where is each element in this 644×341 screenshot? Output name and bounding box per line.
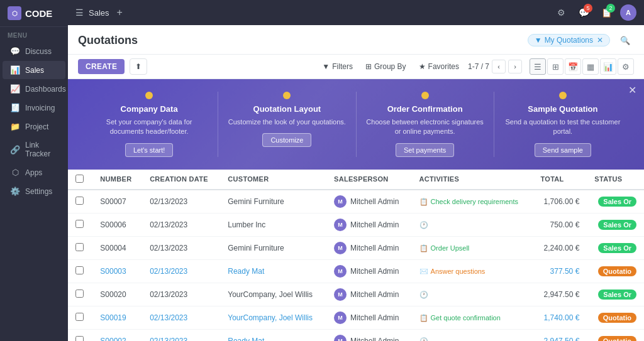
search-button[interactable]: 🔍 — [616, 31, 634, 49]
activities-cell: 🕐 — [412, 213, 533, 236]
quotation-number-link[interactable]: S00003 — [100, 267, 126, 276]
sidebar-label-settings: Settings — [25, 187, 52, 196]
creation-date-link[interactable]: 02/13/2023 — [150, 313, 187, 322]
activity-badge[interactable]: 📋 Get quote confirmation — [419, 314, 501, 322]
salesperson-cell: M Mitchell Admin — [326, 259, 411, 283]
funnel-icon: ▼ — [535, 36, 542, 45]
activity-clock-icon[interactable]: 🕐 — [419, 337, 428, 341]
status-badge: Quotatio — [598, 336, 636, 341]
upload-button[interactable]: ⬆ — [130, 58, 147, 75]
salesperson-name: Mitchell Admin — [350, 197, 399, 206]
sidebar-item-link-tracker[interactable]: 🔗 Link Tracker — [3, 136, 65, 163]
activity-clock-icon[interactable]: 🕐 — [419, 221, 428, 229]
step-title-3: Sample Quotation — [503, 104, 623, 114]
quotation-number: S00004 — [92, 236, 142, 259]
grid-view-button[interactable]: ▦ — [582, 58, 599, 75]
menu-toggle-icon[interactable]: ☰ — [75, 8, 84, 18]
customer-name: YourCompany, Joel Willis — [220, 283, 326, 306]
list-view-button[interactable]: ☰ — [530, 58, 546, 75]
sidebar-item-settings[interactable]: ⚙️ Settings — [3, 182, 65, 200]
sidebar-item-apps[interactable]: ⬡ Apps — [3, 163, 65, 181]
favorites-button[interactable]: ★ Favorites — [415, 60, 463, 73]
step-btn-0[interactable]: Let's start! — [125, 143, 173, 157]
breadcrumb-link[interactable]: Sales — [89, 8, 109, 18]
banner-steps: Company Data Set your company's data for… — [83, 92, 629, 157]
sidebar-item-invoicing[interactable]: 🧾 Invoicing — [3, 99, 65, 117]
activity-view-button[interactable]: ⚙ — [618, 58, 634, 75]
sidebar-item-project[interactable]: 📁 Project — [3, 117, 65, 136]
customer-link[interactable]: YourCompany, Joel Willis — [228, 313, 313, 322]
row-checkbox[interactable] — [75, 266, 84, 274]
pagination: 1-7 / 7 ‹ › — [468, 60, 522, 73]
select-all-checkbox[interactable] — [75, 175, 84, 183]
step-btn-3[interactable]: Send sample — [535, 143, 591, 157]
chat-badge: 5 — [584, 4, 592, 13]
dashboards-icon: 📈 — [10, 84, 20, 94]
activities-cell: 🕐 — [412, 329, 533, 341]
salesperson-cell: M Mitchell Admin — [326, 190, 411, 214]
next-page-button[interactable]: › — [508, 60, 522, 73]
creation-date: 02/13/2023 — [142, 236, 220, 259]
groupby-button[interactable]: ⊞ Group By — [362, 60, 410, 73]
quotation-number-link[interactable]: S00002 — [100, 337, 126, 341]
row-checkbox[interactable] — [75, 313, 84, 321]
filter-tag-label: My Quotations — [545, 36, 593, 45]
step-title-1: Quotation Layout — [227, 104, 347, 114]
filter-tag-remove-icon[interactable]: ✕ — [597, 36, 603, 45]
quotation-number: S00006 — [92, 213, 142, 236]
calendar-view-button[interactable]: 📅 — [565, 58, 581, 75]
table-row: S0000302/13/2023Ready Mat M Mitchell Adm… — [68, 259, 644, 283]
activity-icon-btn[interactable]: 📋 2 — [597, 4, 615, 21]
sidebar: ⬡ CODE MENU 💬 Discuss 📊 Sales 📈 Dashboar… — [0, 0, 68, 341]
chart-view-button[interactable]: 📊 — [600, 58, 616, 75]
filters-button[interactable]: ▼ Filters — [318, 60, 357, 73]
settings-icon-btn[interactable]: ⚙ — [552, 4, 570, 21]
kanban-view-button[interactable]: ⊞ — [547, 58, 564, 75]
my-quotations-filter-tag[interactable]: ▼ My Quotations ✕ — [528, 34, 610, 46]
banner-close-button[interactable]: ✕ — [628, 84, 636, 96]
step-desc-3: Send a quotation to test the customer po… — [503, 117, 623, 137]
row-checkbox[interactable] — [75, 243, 84, 251]
sidebar-label-invoicing: Invoicing — [25, 104, 55, 112]
row-checkbox[interactable] — [75, 220, 84, 228]
sidebar-item-dashboards[interactable]: 📈 Dashboards — [3, 80, 65, 98]
sidebar-item-discuss[interactable]: 💬 Discuss — [3, 42, 65, 60]
status-cell: Quotatio — [587, 306, 644, 329]
pagination-text: 1-7 / 7 — [468, 62, 489, 71]
chat-icon-btn[interactable]: 💬 5 — [575, 4, 592, 21]
salesperson-avatar: M — [334, 288, 347, 301]
activity-badge[interactable]: ✉️ Answer questions — [419, 268, 486, 276]
col-header-checkbox[interactable] — [68, 170, 92, 190]
step-title-2: Order Confirmation — [365, 104, 485, 114]
salesperson-avatar: M — [334, 335, 347, 341]
total-amount: 2,240.00 € — [533, 236, 587, 259]
prev-page-button[interactable]: ‹ — [492, 60, 506, 73]
row-checkbox[interactable] — [75, 197, 84, 205]
quotation-number-link[interactable]: S00019 — [100, 313, 126, 322]
activities-cell: 📋 Check delivery requirements — [412, 190, 533, 214]
invoicing-icon: 🧾 — [10, 103, 20, 112]
sidebar-label-dashboards: Dashboards — [25, 85, 66, 94]
creation-date: 02/13/2023 — [142, 213, 220, 236]
step-btn-2[interactable]: Set payments — [396, 143, 454, 157]
customer-link[interactable]: Ready Mat — [228, 337, 264, 341]
step-btn-1[interactable]: Customize — [262, 133, 311, 147]
sidebar-item-sales[interactable]: 📊 Sales — [3, 61, 65, 79]
user-avatar[interactable]: A — [620, 4, 636, 21]
creation-date-link[interactable]: 02/13/2023 — [150, 267, 187, 276]
step-dot-0 — [145, 92, 153, 99]
status-badge: Sales Or — [598, 197, 636, 207]
step-desc-1: Customize the look of your quotations. — [227, 117, 347, 127]
activity-badge[interactable]: 📋 Check delivery requirements — [419, 198, 518, 206]
row-checkbox[interactable] — [75, 336, 84, 341]
groupby-label: Group By — [374, 62, 406, 71]
customer-link[interactable]: Ready Mat — [228, 267, 264, 276]
create-button[interactable]: CREATE — [78, 59, 125, 74]
creation-date-link[interactable]: 02/13/2023 — [150, 337, 187, 341]
row-checkbox[interactable] — [75, 290, 84, 298]
app-logo[interactable]: ⬡ CODE — [0, 0, 68, 27]
add-new-icon[interactable]: + — [117, 7, 123, 18]
total-amount: 2,947.50 € — [533, 283, 587, 306]
activity-badge[interactable]: 📋 Order Upsell — [419, 244, 470, 252]
activity-clock-icon[interactable]: 🕐 — [419, 291, 428, 299]
